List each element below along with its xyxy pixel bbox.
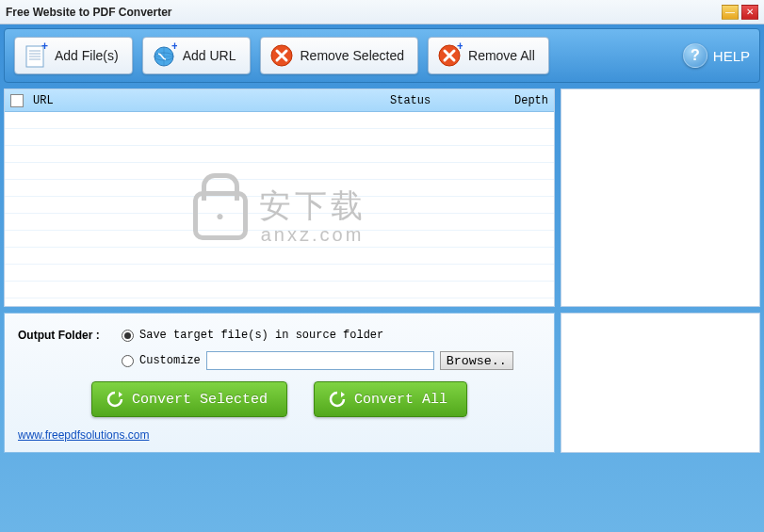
window-controls: — ✕: [722, 5, 758, 20]
help-icon: ?: [683, 43, 707, 68]
client-area: + Add File(s) + Add URL Remove Selected …: [0, 24, 764, 532]
svg-text:+: +: [457, 42, 463, 53]
add-url-label: Add URL: [183, 48, 236, 63]
add-url-button[interactable]: + Add URL: [142, 37, 251, 74]
svg-text:+: +: [171, 42, 177, 53]
convert-selected-label: Convert Selected: [132, 392, 268, 408]
url-list-panel: URL Status Depth 安下载 anxz.com: [4, 89, 555, 307]
bottom-row: Output Folder : Save target file(s) in s…: [4, 313, 760, 453]
watermark: 安下载 anxz.com: [193, 185, 366, 246]
window-frame: Free Website to PDF Converter — ✕ + Add …: [0, 0, 764, 532]
watermark-domain: anxz.com: [261, 224, 365, 246]
convert-selected-button[interactable]: Convert Selected: [91, 381, 287, 417]
list-body[interactable]: 安下载 anxz.com: [5, 112, 554, 306]
add-files-icon: +: [23, 42, 49, 69]
toolbar: + Add File(s) + Add URL Remove Selected …: [4, 28, 760, 83]
refresh-icon: [328, 390, 347, 409]
refresh-icon: [106, 390, 124, 409]
middle-row: URL Status Depth 安下载 anxz.com: [4, 89, 760, 307]
add-files-label: Add File(s): [55, 48, 119, 63]
vendor-link[interactable]: www.freepdfsolutions.com: [18, 428, 149, 442]
help-label: HELP: [713, 48, 750, 64]
help-button[interactable]: ? HELP: [683, 43, 750, 68]
titlebar: Free Website to PDF Converter — ✕: [0, 0, 764, 24]
convert-all-label: Convert All: [354, 392, 447, 408]
remove-all-icon: +: [436, 42, 463, 69]
preview-panel: [561, 89, 760, 307]
list-header: URL Status Depth: [5, 89, 554, 112]
lock-icon: [193, 191, 248, 240]
output-panel: Output Folder : Save target file(s) in s…: [4, 313, 555, 453]
add-files-button[interactable]: + Add File(s): [14, 37, 133, 74]
svg-text:+: +: [41, 42, 48, 53]
radio-save-source-label: Save target file(s) in source folder: [139, 329, 383, 342]
select-all-checkbox[interactable]: [10, 94, 24, 107]
close-button[interactable]: ✕: [741, 5, 758, 20]
add-url-icon: +: [151, 42, 177, 69]
column-status[interactable]: Status: [390, 94, 482, 107]
watermark-cn: 安下载: [259, 185, 366, 228]
browse-button[interactable]: Browse..: [440, 351, 513, 370]
customize-path-input[interactable]: [206, 351, 434, 370]
column-url[interactable]: URL: [33, 94, 381, 107]
remove-all-button[interactable]: + Remove All: [428, 37, 549, 74]
remove-all-label: Remove All: [468, 48, 535, 63]
radio-customize[interactable]: [122, 355, 134, 367]
window-title: Free Website to PDF Converter: [6, 6, 722, 19]
remove-selected-label: Remove Selected: [301, 48, 405, 63]
column-depth[interactable]: Depth: [492, 94, 548, 107]
output-folder-label: Output Folder :: [18, 329, 116, 342]
radio-customize-label: Customize: [139, 354, 201, 367]
radio-save-source[interactable]: [122, 330, 134, 342]
side-fill-panel: [561, 313, 760, 453]
remove-selected-button[interactable]: Remove Selected: [260, 37, 419, 74]
convert-all-button[interactable]: Convert All: [314, 381, 467, 417]
remove-selected-icon: [268, 42, 295, 69]
minimize-button[interactable]: —: [722, 5, 739, 20]
